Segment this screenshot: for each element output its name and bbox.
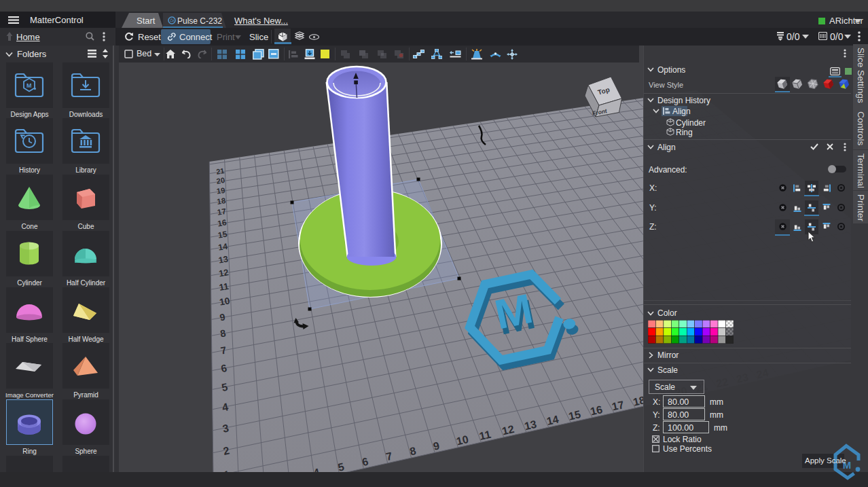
svg-text:16: 16 — [217, 217, 228, 228]
svg-text:14: 14 — [217, 242, 228, 253]
svg-text:13: 13 — [217, 253, 229, 265]
svg-text:12: 12 — [218, 267, 230, 278]
svg-text:19: 19 — [216, 186, 225, 196]
svg-text:21: 21 — [215, 166, 225, 176]
svg-text:15: 15 — [217, 230, 228, 240]
svg-text:20: 20 — [216, 176, 225, 185]
svg-text:10: 10 — [219, 295, 231, 308]
svg-text:17: 17 — [217, 206, 227, 217]
svg-text:18: 18 — [217, 196, 227, 206]
svg-text:M: M — [26, 82, 32, 89]
